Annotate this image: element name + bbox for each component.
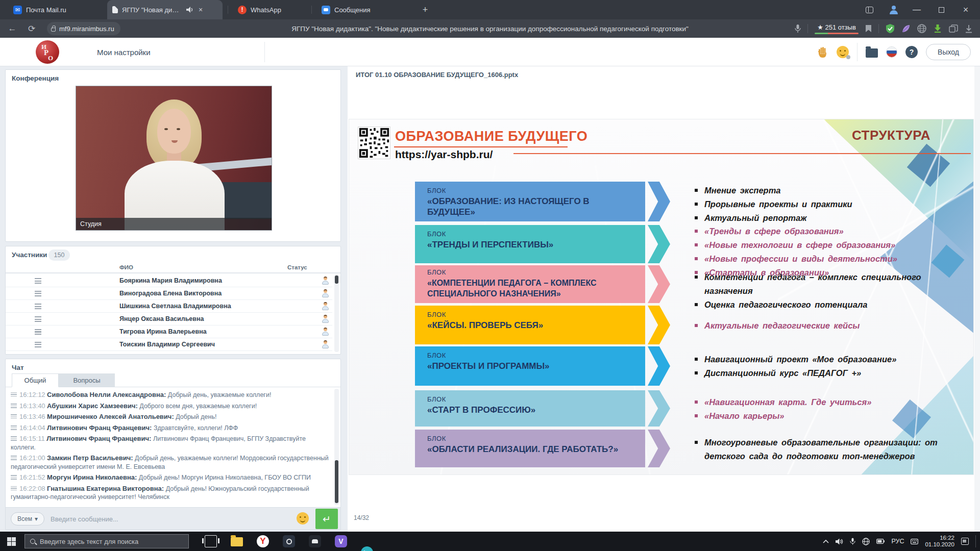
tab-conference-active[interactable]: ЯГПУ "Новая дидак ×: [107, 0, 223, 19]
message-handle-icon[interactable]: [11, 475, 17, 480]
yandex-browser-icon[interactable]: Y: [257, 535, 269, 547]
bookmark-icon[interactable]: [865, 24, 872, 33]
participant-row[interactable]: Тигрова Ирина Валерьевна: [6, 325, 332, 338]
chat-message: 16:12:12 Сиволобова Нелли Александровна:…: [11, 391, 330, 399]
drag-handle-icon[interactable]: [35, 342, 41, 347]
taskbar-clock[interactable]: 16:22 01.10.2020: [925, 535, 954, 548]
participants-scrollbar[interactable]: [334, 274, 339, 352]
tab-whatsapp[interactable]: ! WhatsApp: [233, 0, 308, 19]
message-time: 16:12:12: [19, 391, 45, 398]
conference-video[interactable]: Студия: [76, 86, 272, 231]
message-handle-icon[interactable]: [11, 486, 17, 491]
participant-row[interactable]: Тоискин Владимир Сергеевич: [6, 338, 332, 351]
drag-handle-icon[interactable]: [35, 329, 41, 335]
feather-extension-icon[interactable]: [901, 24, 911, 33]
drag-handle-icon[interactable]: [35, 316, 41, 322]
participant-row[interactable]: Шишкина Светлана Владимировна: [6, 300, 332, 313]
file-explorer-icon[interactable]: [231, 537, 243, 546]
app-icon-dark-round[interactable]: [283, 535, 295, 547]
collections-icon[interactable]: [949, 24, 958, 33]
url-field[interactable]: mf9.miranimbus.ru: [47, 22, 120, 35]
chat-app-icon[interactable]: [309, 535, 321, 547]
messenger-app-icon[interactable]: [361, 546, 373, 551]
emoji-picker-icon[interactable]: [297, 512, 309, 524]
message-handle-icon[interactable]: [11, 404, 17, 408]
nav-my-settings[interactable]: Мои настройки: [97, 38, 151, 66]
new-tab-button[interactable]: +: [420, 4, 431, 15]
hidden-icons-chevron-icon[interactable]: [823, 539, 829, 543]
send-message-button[interactable]: ↵: [315, 509, 338, 529]
viber-icon[interactable]: V: [335, 535, 347, 547]
reactions-smiley-icon[interactable]: [837, 46, 849, 58]
drag-handle-icon[interactable]: [35, 291, 41, 296]
help-icon[interactable]: ?: [905, 46, 918, 58]
bullet-item: Актуальный репортаж: [704, 211, 806, 225]
tab-messages[interactable]: Сообщения: [316, 0, 393, 19]
keyboard-language-indicator[interactable]: РУС: [891, 538, 904, 545]
network-icon[interactable]: [862, 538, 870, 545]
save-extension-icon[interactable]: [933, 24, 942, 33]
message-text: Доброго всем дня, уважаемые коллеги!: [139, 403, 257, 410]
block-title: «ОБЛАСТИ РЕАЛИЗАЦИИ. ГДЕ РАБОТАТЬ?»: [427, 444, 645, 455]
shield-check-extension-icon[interactable]: [886, 24, 895, 33]
tab-mail[interactable]: ✉ Почта Mail.ru: [8, 0, 103, 19]
chat-message-input[interactable]: [51, 510, 296, 528]
downloads-icon[interactable]: [965, 24, 973, 33]
chevron-down-icon: ▾: [35, 515, 38, 522]
page-title: ЯГПУ "Новая дидактика". "Новые дидактиче…: [291, 19, 689, 38]
taskbar-search[interactable]: [24, 534, 189, 548]
action-center-icon[interactable]: [961, 538, 969, 545]
tab-close-icon[interactable]: ×: [199, 6, 203, 14]
drag-handle-icon[interactable]: [35, 278, 41, 284]
presentation-slide: ОБРАЗОВАНИЕ БУДУЩЕГО https://yar-shpb.ru…: [349, 119, 974, 475]
window-maximize-button[interactable]: [931, 0, 951, 19]
back-icon[interactable]: ←: [5, 19, 19, 38]
presentation-scrollbar[interactable]: [974, 66, 980, 532]
reload-icon[interactable]: ⟳: [24, 19, 39, 38]
chat-message-list[interactable]: 16:12:12 Сиволобова Нелли Александровна:…: [6, 387, 340, 506]
participant-row[interactable]: Янцер Оксана Васильевна: [6, 313, 332, 325]
app-header: И Р О Мои настройки ? Выход: [0, 38, 980, 66]
message-handle-icon[interactable]: [11, 436, 17, 441]
participants-title: Участники: [12, 251, 47, 259]
block-3-bullets: Компетенции педагога – комплекс специаль…: [695, 270, 952, 312]
battery-icon[interactable]: [876, 539, 885, 544]
microphone-tray-icon[interactable]: [850, 538, 855, 545]
chat-tab-questions[interactable]: Вопросы: [59, 373, 115, 387]
browser-profile-icon[interactable]: [885, 0, 902, 19]
globe-extension-icon[interactable]: [917, 24, 926, 33]
recipient-dropdown[interactable]: Всем▾: [11, 512, 44, 525]
taskbar-search-input[interactable]: [40, 538, 173, 545]
window-minimize-button[interactable]: —: [906, 0, 927, 19]
message-handle-icon[interactable]: [11, 414, 17, 419]
block-kicker: БЛОК: [427, 352, 645, 359]
tab-panels-icon[interactable]: [861, 0, 878, 19]
lock-icon[interactable]: [51, 28, 56, 32]
window-close-button[interactable]: ×: [955, 0, 976, 19]
chat-scrollbar[interactable]: [334, 389, 339, 505]
files-folder-icon[interactable]: [866, 48, 878, 58]
participant-row[interactable]: Бояркина Мария Владимировна: [6, 274, 332, 287]
message-handle-icon[interactable]: [11, 456, 17, 460]
tab-audio-icon[interactable]: [186, 7, 193, 13]
message-handle-icon[interactable]: [11, 425, 17, 430]
header-actions: ? Выход: [817, 38, 971, 66]
start-button-icon[interactable]: [7, 537, 16, 546]
drag-handle-icon[interactable]: [35, 304, 41, 309]
language-flag-icon[interactable]: [886, 46, 897, 58]
participant-name: Тоискин Владимир Сергеевич: [119, 341, 215, 348]
microphone-icon[interactable]: [795, 24, 801, 33]
reviews-badge[interactable]: ★ 251 отзыв: [815, 23, 859, 34]
keyboard-icon[interactable]: [911, 539, 918, 544]
tab-separator: [228, 6, 228, 14]
message-handle-icon[interactable]: [11, 392, 17, 397]
task-view-icon[interactable]: [205, 535, 217, 547]
raise-hand-icon[interactable]: [817, 46, 828, 58]
participant-name: Шишкина Светлана Владимировна: [119, 303, 231, 310]
logout-button[interactable]: Выход: [926, 44, 971, 60]
participant-row[interactable]: Виноградова Елена Викторовна: [6, 287, 332, 300]
chat-tab-general[interactable]: Общий: [12, 373, 59, 387]
volume-icon[interactable]: [836, 538, 843, 545]
iro-logo[interactable]: И Р О: [36, 40, 59, 64]
show-desktop-strip[interactable]: [975, 535, 976, 547]
